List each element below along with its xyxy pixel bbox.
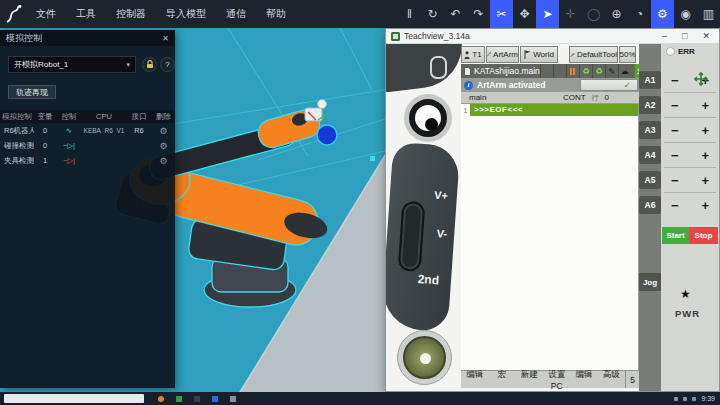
jog-minus-button[interactable]: − xyxy=(671,73,679,88)
program-name: KATAshijiao.main xyxy=(474,66,540,76)
app-icon-green[interactable] xyxy=(176,396,182,402)
device-name: 碰撞检测 xyxy=(0,141,34,151)
robot-status-bar: i ArtArm activated ✓ xyxy=(461,78,639,92)
trajectory-replay-button[interactable]: 轨迹再现 xyxy=(8,85,56,99)
menu-item[interactable]: 帮助 xyxy=(256,0,296,28)
browser-icon[interactable] xyxy=(158,396,164,402)
toolbar-icon[interactable]: ✛ xyxy=(559,0,582,28)
jog-minus-button[interactable]: − xyxy=(671,173,679,188)
jog-plus-button[interactable]: + xyxy=(701,148,709,163)
refresh-program-icon[interactable]: ♻ xyxy=(579,64,592,78)
rocker-key[interactable] xyxy=(398,201,426,272)
jog-plus-button[interactable]: + xyxy=(701,123,709,138)
jog-plus-button[interactable]: + xyxy=(701,98,709,113)
help-button[interactable]: ? xyxy=(160,57,175,72)
run-mode[interactable]: CONT xyxy=(563,93,586,102)
menu-item[interactable]: 通信 xyxy=(216,0,256,28)
menu-item[interactable]: 文件 xyxy=(26,0,66,28)
jog-plus-button[interactable]: + xyxy=(701,198,709,213)
jog-wheel[interactable] xyxy=(397,330,452,385)
control-signal-icon: −▷| xyxy=(56,156,82,165)
table-row[interactable]: 碰撞检测 0 −▷| ⚙ xyxy=(0,138,175,153)
jog-minus-button[interactable]: − xyxy=(671,198,679,213)
toolbar-icon[interactable]: ⚙ xyxy=(651,0,674,28)
table-row[interactable]: 夹具检测 1 −▷| ⚙ xyxy=(0,153,175,168)
softkey-button[interactable]: 宏 xyxy=(488,369,515,391)
status-text: ArtArm activated xyxy=(477,80,546,90)
taskbar-search[interactable] xyxy=(4,394,144,403)
jog-minus-button[interactable]: − xyxy=(671,123,679,138)
toolbar-icon[interactable]: ✂ xyxy=(490,0,513,28)
axis-label: A5 xyxy=(639,171,661,189)
edit-pen-icon[interactable]: ✎ xyxy=(605,64,618,78)
info-icon: i xyxy=(464,81,473,90)
upload-cloud-icon[interactable]: ☁ xyxy=(618,64,631,78)
app-icon-gray[interactable] xyxy=(230,396,236,402)
teachview-titlebar[interactable]: Teachview_3.14a – □ ✕ xyxy=(386,29,719,44)
minimize-button[interactable]: – xyxy=(662,31,667,41)
execution-bar: main CONT 行 0 xyxy=(461,92,639,104)
simulation-control-panel: 模拟控制 ✕ 开模拟Robot_1 ▾ ? 轨迹再现 模拟控制变量控制CPU接口… xyxy=(0,30,175,388)
close-icon[interactable]: ✕ xyxy=(162,34,169,43)
pause-program-icon[interactable] xyxy=(566,64,579,78)
toolbar-icon[interactable]: ↷ xyxy=(467,0,490,28)
toolbar-icon[interactable]: ✥ xyxy=(513,0,536,28)
toolbar-icon[interactable]: ◔ xyxy=(628,0,651,28)
close-button[interactable]: ✕ xyxy=(702,31,710,41)
step-mode-icon[interactable]: ♻ xyxy=(592,64,605,78)
menu-item[interactable]: 导入模型 xyxy=(156,0,216,28)
softkey-button[interactable]: 高级 xyxy=(598,369,625,391)
toolbar-icon[interactable]: ↻ xyxy=(421,0,444,28)
start-button[interactable]: Start xyxy=(662,227,689,244)
gear-icon[interactable]: ⚙ xyxy=(152,141,175,151)
volume-down-key[interactable]: V- xyxy=(436,227,447,240)
override-button[interactable]: 50% xyxy=(619,46,636,63)
taskbar-app-icons[interactable] xyxy=(158,396,236,402)
program-listing[interactable]: 1 >>>EOF<<< xyxy=(461,104,639,370)
person-icon xyxy=(464,51,470,59)
toolbar-icon[interactable]: ◯ xyxy=(582,0,605,28)
menu-item[interactable]: 控制器 xyxy=(106,0,156,28)
toolbar-icon[interactable]: ◉ xyxy=(674,0,697,28)
emergency-knob-button[interactable] xyxy=(404,94,452,142)
table-row[interactable]: R6机器人 0 ∿ KEBA_R6_V1 R6 ⚙ xyxy=(0,123,175,138)
toolbar-icon[interactable]: ↶ xyxy=(444,0,467,28)
robot-select-dropdown[interactable]: 开模拟Robot_1 ▾ xyxy=(8,56,136,73)
stop-button[interactable]: Stop xyxy=(689,227,718,244)
pendant-bezel xyxy=(386,44,467,93)
softkey-button[interactable]: 设置PC xyxy=(543,369,570,391)
tool-select-button[interactable]: DefaultTool xyxy=(569,46,618,63)
toolbar-icon[interactable]: ⊕ xyxy=(605,0,628,28)
pendant-mode-bar: T1 ArtArm World xyxy=(461,46,639,63)
gear-icon[interactable]: ⚙ xyxy=(152,156,175,166)
jog-plus-button[interactable]: + xyxy=(701,173,709,188)
toolbar-icon[interactable]: ▥ xyxy=(697,0,720,28)
volume-up-key[interactable]: V+ xyxy=(434,189,449,202)
lock-button[interactable] xyxy=(142,57,157,72)
gear-icon[interactable]: ⚙ xyxy=(152,126,175,136)
axis-label-strip: A1A2A3A4A5A6 xyxy=(639,44,661,391)
second-function-key[interactable]: 2nd xyxy=(417,272,439,287)
jog-minus-button[interactable]: − xyxy=(671,98,679,113)
app-icon-blue[interactable] xyxy=(212,396,218,402)
program-line[interactable]: 1 >>>EOF<<< xyxy=(461,104,638,116)
column-header: CPU xyxy=(82,112,126,121)
softkey-button[interactable]: 编辑 xyxy=(570,369,597,391)
maximize-button[interactable]: □ xyxy=(682,31,687,41)
flag-icon xyxy=(524,50,531,59)
app-icon-dark[interactable] xyxy=(194,396,200,402)
toolbar-icon[interactable]: ➤ xyxy=(536,0,559,28)
menu-item[interactable]: 工具 xyxy=(66,0,106,28)
page-indicator[interactable]: 5 xyxy=(625,371,639,388)
jog-pad: ERR − + − + xyxy=(661,44,719,391)
system-tray[interactable]: 9:39 xyxy=(674,395,715,402)
mouse-move-cursor xyxy=(694,72,708,90)
jog-minus-button[interactable]: − xyxy=(671,148,679,163)
softkey-button[interactable]: 新建 xyxy=(516,369,543,391)
frame-select-button[interactable]: World xyxy=(520,46,558,63)
toolbar-icon[interactable]: ‖ xyxy=(398,0,421,28)
robot-select-button[interactable]: ArtArm xyxy=(486,46,519,63)
app-logo-icon xyxy=(0,2,26,26)
mode-t1-button[interactable]: T1 xyxy=(461,46,485,63)
softkey-button[interactable]: 编辑 xyxy=(461,369,488,391)
